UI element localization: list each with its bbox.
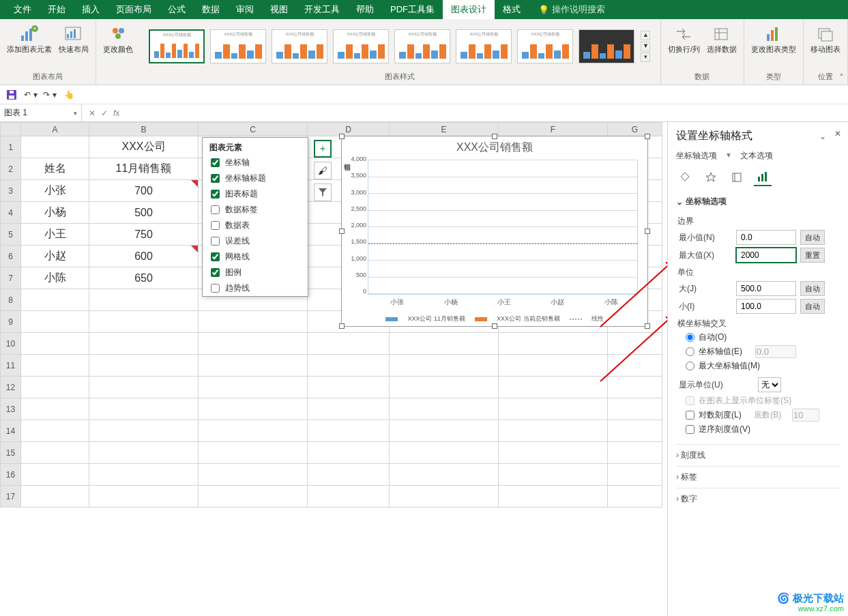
chart-element-check-5[interactable]: [211, 237, 220, 246]
chart-element-item-0[interactable]: 坐标轴: [203, 155, 308, 171]
tab-pagelayout[interactable]: 页面布局: [108, 0, 160, 19]
chart-element-item-5[interactable]: 误差线: [203, 233, 308, 249]
chart-element-check-3[interactable]: [211, 205, 220, 214]
cell-E12[interactable]: [390, 377, 499, 398]
tab-chartdesign[interactable]: 图表设计: [443, 0, 495, 19]
move-chart-button[interactable]: 移动图表: [809, 22, 842, 55]
tab-insert[interactable]: 插入: [74, 0, 108, 19]
cell-B16[interactable]: [89, 464, 199, 486]
tab-formulas[interactable]: 公式: [160, 0, 194, 19]
cell-A11[interactable]: [21, 355, 89, 377]
style-gallery-more[interactable]: ▾: [641, 53, 650, 62]
cell-D13[interactable]: [308, 398, 390, 420]
cell-G11[interactable]: [608, 355, 662, 377]
tell-me-search[interactable]: 💡 操作说明搜索: [529, 3, 605, 16]
cell-B9[interactable]: [89, 311, 199, 333]
cell-B15[interactable]: [89, 442, 199, 464]
chart-title[interactable]: XXX公司销售额: [342, 136, 647, 156]
chart-element-item-7[interactable]: 图例: [203, 265, 308, 280]
axis-options-icon[interactable]: [754, 168, 772, 186]
quick-layout-button[interactable]: 快速布局: [57, 22, 90, 55]
cell-C16[interactable]: [199, 464, 308, 486]
cell-A9[interactable]: [21, 311, 89, 333]
size-icon[interactable]: [728, 168, 746, 186]
min-auto-button[interactable]: 自动: [800, 230, 825, 245]
cell-F17[interactable]: [499, 486, 608, 508]
chart-filter-button[interactable]: [314, 184, 332, 201]
cell-E10[interactable]: [390, 333, 499, 355]
tab-format[interactable]: 格式: [495, 0, 529, 19]
cell-G13[interactable]: [608, 398, 662, 420]
cancel-formula-icon[interactable]: ✕: [89, 108, 96, 118]
cell-A14[interactable]: [21, 420, 89, 442]
cell-B1[interactable]: XXX公司: [89, 136, 199, 158]
cell-C17[interactable]: [199, 486, 308, 508]
cell-B13[interactable]: [89, 398, 199, 420]
cell-C13[interactable]: [199, 398, 308, 420]
enter-formula-icon[interactable]: ✓: [101, 108, 108, 118]
cell-C9[interactable]: [199, 311, 308, 333]
cell-D17[interactable]: [308, 486, 390, 508]
cell-A3[interactable]: 小张: [21, 180, 89, 202]
cell-B11[interactable]: [89, 355, 199, 377]
tab-pdf[interactable]: PDF工具集: [382, 0, 443, 19]
cell-A17[interactable]: [21, 486, 89, 508]
plot-area[interactable]: [368, 160, 638, 295]
tick-marks-section[interactable]: 刻度线: [676, 444, 840, 466]
chart-style-2[interactable]: XXX公司销售额: [210, 29, 266, 63]
chart-style-1[interactable]: XXX公司销售额: [149, 29, 205, 63]
chart-element-item-3[interactable]: 数据标签: [203, 202, 308, 218]
cell-B3[interactable]: 700: [89, 180, 199, 202]
number-section[interactable]: 数字: [676, 488, 840, 510]
cell-F13[interactable]: [499, 398, 608, 420]
style-scroll-up[interactable]: ▲: [641, 31, 650, 40]
labels-section[interactable]: 标签: [676, 466, 840, 488]
chart-legend[interactable]: XXX公司 11月销售额 XXX公司 当前总销售额 线性: [342, 314, 647, 323]
cell-B14[interactable]: [89, 420, 199, 442]
cell-F10[interactable]: [499, 333, 608, 355]
log-scale-check[interactable]: [686, 411, 695, 420]
change-colors-button[interactable]: 更改颜色: [102, 22, 134, 55]
cell-F14[interactable]: [499, 420, 608, 442]
max-input[interactable]: [736, 248, 796, 263]
cell-B8[interactable]: [89, 289, 199, 311]
cell-D10[interactable]: [308, 333, 390, 355]
cell-F15[interactable]: [499, 442, 608, 464]
cell-E15[interactable]: [390, 442, 499, 464]
cell-A16[interactable]: [21, 464, 89, 486]
add-chart-element-button[interactable]: + 添加图表元素: [5, 22, 53, 55]
style-scroll-down[interactable]: ▼: [641, 42, 650, 51]
cell-A2[interactable]: 姓名: [21, 158, 89, 180]
chart-brush-button[interactable]: 🖌: [314, 162, 332, 179]
cell-B7[interactable]: 650: [89, 267, 199, 289]
major-unit-input[interactable]: [736, 281, 796, 296]
cross-max-radio[interactable]: [686, 362, 695, 370]
cell-D12[interactable]: [308, 377, 390, 398]
chart-element-check-7[interactable]: [211, 268, 220, 277]
pane-tab-axis-options[interactable]: 坐标轴选项: [676, 150, 717, 162]
cell-E13[interactable]: [390, 398, 499, 420]
chart-style-8[interactable]: [579, 29, 634, 63]
cell-A8[interactable]: [21, 289, 89, 311]
cell-C12[interactable]: [199, 377, 308, 398]
min-input[interactable]: [736, 230, 796, 245]
display-unit-select[interactable]: 无: [758, 377, 781, 392]
cell-D15[interactable]: [308, 442, 390, 464]
cell-B5[interactable]: 750: [89, 224, 199, 246]
change-chart-type-button[interactable]: 更改图表类型: [750, 22, 798, 55]
cross-auto-radio[interactable]: [686, 333, 695, 342]
save-button[interactable]: [4, 87, 19, 102]
chart-element-check-8[interactable]: [211, 284, 220, 293]
chart-style-3[interactable]: XXX公司销售额: [272, 29, 327, 63]
tab-help[interactable]: 帮助: [348, 0, 382, 19]
tab-developer[interactable]: 开发工具: [296, 0, 348, 19]
chart-plus-button[interactable]: ＋: [314, 140, 332, 158]
tab-home[interactable]: 开始: [40, 0, 74, 19]
tab-data[interactable]: 数据: [194, 0, 228, 19]
cell-G17[interactable]: [608, 486, 662, 508]
cell-F16[interactable]: [499, 464, 608, 486]
max-reset-button[interactable]: 重置: [800, 248, 825, 263]
cell-A7[interactable]: 小陈: [21, 267, 89, 289]
cell-C11[interactable]: [199, 355, 308, 377]
cell-C14[interactable]: [199, 420, 308, 442]
